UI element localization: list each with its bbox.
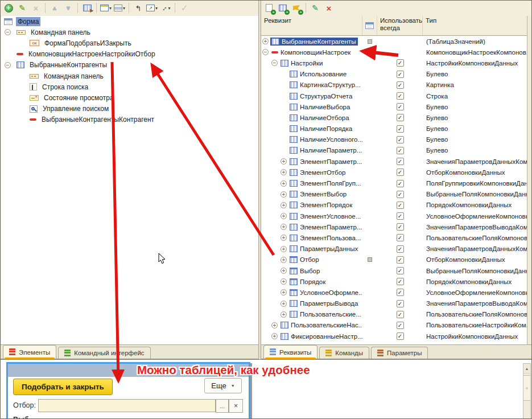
expand-icon[interactable]: + — [281, 169, 287, 175]
tree-item[interactable]: Строка поиска — [1, 81, 258, 92]
expand-icon[interactable]: + — [281, 202, 287, 208]
use-always-checkbox[interactable]: ✓ — [397, 223, 404, 231]
tree-item[interactable]: ВыбранныеКонтрагентыКонтрагент — [1, 114, 258, 125]
tab-элементы[interactable]: Элементы — [3, 345, 56, 359]
add-column-icon[interactable]: + — [277, 2, 288, 14]
tree-item[interactable]: окФормаПодобратьИЗакрыть — [1, 38, 258, 48]
use-always-checkbox[interactable]: ✓ — [397, 234, 404, 241]
attribute-row[interactable]: +Пользовательские...✓ПользовательскиеПол… — [261, 309, 527, 320]
edit-icon[interactable]: ✎ — [17, 2, 28, 14]
layout-mode-dd-icon[interactable]: ▾ — [114, 2, 125, 14]
expand-icon[interactable]: + — [281, 235, 287, 241]
tree-item[interactable]: Состояние просмотра — [1, 92, 258, 103]
attribute-row[interactable]: +ЭлементПоляГруп...✓ПоляГруппировкиКомпо… — [261, 178, 527, 188]
tree-item[interactable]: −Командная панель — [1, 27, 258, 38]
expand-icon[interactable]: + — [281, 311, 287, 318]
tab-параметры[interactable]: Параметры — [371, 347, 428, 359]
attribute-row[interactable]: НаличиеВыбора✓Булево — [261, 101, 527, 112]
expand-icon[interactable]: + — [281, 191, 287, 198]
tree-item[interactable]: −ВыбранныеКонтрагенты — [1, 60, 258, 71]
expand-icon[interactable]: + — [281, 289, 287, 295]
use-always-checkbox[interactable]: ✓ — [397, 311, 404, 318]
expand-icon[interactable]: + — [281, 246, 287, 252]
attribute-row[interactable]: +ВыбранныеКонтрагенты(ТаблицаЗначений) — [261, 36, 527, 47]
attribute-row[interactable]: +ЭлементВыбор✓ВыбранныеПоляКомпоновкиДан… — [261, 189, 527, 200]
expand-icon[interactable]: + — [281, 158, 287, 165]
tree-item[interactable]: Форма — [1, 16, 258, 27]
attribute-row[interactable]: +Порядок✓ПорядокКомпоновкиДанных — [261, 276, 527, 287]
attribute-row[interactable]: +ЭлементПараметр...✓ЗначенияПараметровДа… — [261, 156, 527, 167]
attribute-row[interactable]: КартинкаСтруктур...✓Картинка — [261, 80, 527, 91]
add-parameter-icon[interactable]: + — [291, 2, 302, 14]
filter-clear-button[interactable]: × — [229, 399, 243, 413]
attribute-row[interactable]: +ПользовательскиеНас...✓Пользовательские… — [261, 320, 527, 331]
use-always-checkbox[interactable]: ✓ — [397, 202, 404, 209]
expand-icon[interactable]: + — [281, 257, 287, 263]
attribute-row[interactable]: +УсловноеОформле...✓УсловноеОформлениеКо… — [261, 287, 527, 298]
attribute-row[interactable]: НаличиеОтбора✓Булево — [261, 112, 527, 123]
use-always-checkbox[interactable]: ✓ — [397, 289, 404, 296]
use-always-checkbox[interactable]: ✓ — [397, 256, 404, 264]
attribute-row[interactable]: +ФиксированныеНастр...✓НастройкиКомпонов… — [261, 331, 527, 342]
filter-input[interactable] — [38, 399, 216, 412]
confirm-icon[interactable]: ✓ — [179, 2, 190, 14]
attribute-row[interactable]: −Настройки✓НастройкиКомпоновкиДанных — [261, 57, 527, 68]
more-button[interactable]: Еще ▼ — [204, 378, 242, 393]
use-always-checkbox[interactable]: ✓ — [397, 59, 404, 67]
scrollbar-thumb[interactable] — [523, 375, 530, 401]
scale-dd-icon[interactable]: ↔▾ — [160, 2, 171, 14]
attribute-row[interactable]: −КомпоновщикНастроекКомпоновщикНастроекК… — [261, 47, 527, 57]
tab-реквизиты[interactable]: Реквизиты — [263, 345, 317, 359]
pick-and-close-button[interactable]: Подобрать и закрыть — [13, 379, 113, 395]
collapse-icon[interactable]: − — [5, 29, 11, 35]
expand-icon[interactable]: + — [271, 333, 278, 339]
use-always-checkbox[interactable]: ✓ — [397, 125, 404, 133]
expand-icon[interactable]: + — [262, 38, 269, 44]
use-always-checkbox[interactable]: ✓ — [397, 191, 404, 198]
use-always-checkbox[interactable]: ✓ — [397, 147, 404, 154]
expand-icon[interactable]: + — [281, 278, 287, 285]
vertical-scrollbar[interactable]: ▲ — [523, 363, 531, 419]
use-always-checkbox[interactable]: ✓ — [397, 180, 404, 187]
use-always-checkbox[interactable]: ✓ — [397, 332, 404, 340]
flip-icon[interactable]: ↰ — [133, 2, 144, 14]
display-mode-dd-icon[interactable]: ▾ — [100, 2, 112, 14]
use-always-checkbox[interactable]: ✓ — [397, 169, 404, 176]
delete-icon[interactable]: × — [323, 2, 335, 14]
attribute-row[interactable]: СтруктураОтчета✓Строка — [261, 91, 527, 101]
collapse-icon[interactable]: − — [271, 60, 278, 66]
attribute-row[interactable]: +ЭлементПользова...✓ПользовательскиеПоля… — [261, 232, 527, 243]
use-always-checkbox[interactable]: ✓ — [397, 103, 404, 110]
use-always-checkbox[interactable]: ✓ — [397, 136, 404, 143]
expand-icon[interactable]: + — [281, 224, 287, 230]
window-resize-dd-icon[interactable]: ↗▾ — [146, 2, 158, 14]
filter-choose-button[interactable]: ... — [216, 399, 229, 413]
attribute-row[interactable]: +ПараметрыВывода✓ЗначенияПараметровВывод… — [261, 298, 527, 309]
attribute-row[interactable]: НаличиеПараметр...✓Булево — [261, 145, 527, 156]
tab-команды[interactable]: Команды — [319, 347, 369, 359]
move-up-icon[interactable]: ▲ — [49, 2, 60, 14]
use-always-checkbox[interactable]: ✓ — [397, 278, 404, 285]
use-always-checkbox[interactable]: ✓ — [397, 92, 404, 100]
tab-командный-интерфейс[interactable]: Командный интерфейс — [58, 347, 150, 359]
attribute-row[interactable]: +ЭлементПараметр...✓ЗначенияПараметровВы… — [261, 221, 527, 232]
attribute-row[interactable]: +Отбор✓ОтборКомпоновкиДанных — [261, 254, 527, 265]
check-elements-icon[interactable] — [81, 2, 93, 14]
attribute-row[interactable]: НаличиеУсловного...✓Булево — [261, 134, 527, 145]
expand-icon[interactable]: + — [281, 268, 287, 274]
collapse-icon[interactable]: − — [5, 62, 11, 68]
attribute-row[interactable]: НаличиеПорядка✓Булево — [261, 124, 527, 134]
use-always-checkbox[interactable]: ✓ — [397, 245, 404, 253]
expand-icon[interactable]: + — [271, 322, 278, 328]
add-attribute-icon[interactable]: + — [263, 2, 275, 14]
attribute-row[interactable]: +Выбор✓ВыбранныеПоляКомпоновкиДанн... — [261, 265, 527, 276]
edit-icon[interactable]: ✎ — [310, 2, 321, 14]
use-always-checkbox[interactable]: ✓ — [397, 71, 404, 78]
move-down-icon[interactable]: ▼ — [63, 2, 74, 14]
use-always-checkbox[interactable]: ✓ — [397, 267, 404, 274]
use-always-checkbox[interactable]: ✓ — [397, 322, 404, 329]
attribute-row[interactable]: Использование✓Булево — [261, 69, 527, 80]
attribute-row[interactable]: +ЭлементОтбор✓ОтборКомпоновкиДанных — [261, 167, 527, 178]
expand-icon[interactable]: + — [281, 213, 287, 219]
attribute-row[interactable]: +ЭлементПорядок✓ПорядокКомпоновкиДанных — [261, 200, 527, 211]
